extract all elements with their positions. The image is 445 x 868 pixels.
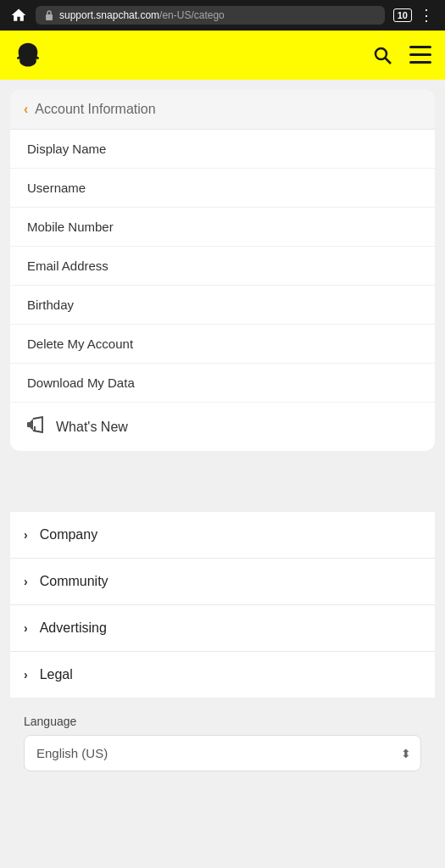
svg-rect-3 [409, 46, 431, 48]
hamburger-icon[interactable] [409, 46, 431, 64]
nav-item-company[interactable]: › Company [10, 512, 435, 559]
snapchat-logo [14, 41, 42, 70]
language-label: Language [24, 715, 421, 728]
nav-item-legal[interactable]: › Legal [10, 652, 435, 698]
svg-rect-4 [409, 53, 431, 56]
status-bar-left [10, 7, 27, 24]
language-section: Language English (US) Español Français D… [10, 698, 435, 785]
nav-sections: › Company › Community › Advertising › Le… [10, 512, 435, 698]
nav-item-community[interactable]: › Community [10, 559, 435, 605]
menu-item-download-data[interactable]: Download My Data [10, 364, 435, 403]
menu-item-display-name[interactable]: Display Name [10, 130, 435, 169]
menu-item-mobile-number[interactable]: Mobile Number [10, 208, 435, 247]
back-row[interactable]: ‹ Account Information [10, 90, 435, 130]
svg-point-1 [375, 48, 387, 59]
menu-item-birthday[interactable]: Birthday [10, 286, 435, 325]
chevron-right-icon: › [24, 621, 28, 635]
status-bar-right: 10 ⋮ [393, 6, 435, 25]
whats-new-label: What's New [56, 420, 128, 435]
language-select-wrapper: English (US) Español Français Deutsch 日本… [24, 735, 421, 771]
chevron-right-icon: › [24, 528, 28, 542]
megaphone-icon [27, 416, 46, 437]
account-info-card: ‹ Account Information Display Name Usern… [10, 90, 435, 451]
url-text: support.snapchat.com/en-US/catego [59, 9, 225, 21]
home-icon [10, 7, 27, 24]
svg-rect-0 [46, 14, 53, 20]
status-bar: support.snapchat.com/en-US/catego 10 ⋮ [0, 0, 445, 31]
app-header [0, 31, 445, 80]
chevron-right-icon: › [24, 668, 28, 682]
nav-label-company: Company [40, 527, 97, 542]
nav-label-legal: Legal [40, 667, 73, 682]
chevron-right-icon: › [24, 575, 28, 588]
nav-label-advertising: Advertising [40, 620, 107, 636]
nav-label-community: Community [40, 574, 108, 589]
spacer [10, 461, 435, 512]
more-options-icon[interactable]: ⋮ [419, 6, 435, 25]
search-icon[interactable] [372, 45, 392, 65]
address-bar[interactable]: support.snapchat.com/en-US/catego [36, 6, 385, 25]
main-content: ‹ Account Information Display Name Usern… [0, 80, 445, 795]
header-actions [372, 45, 431, 65]
back-chevron-icon: ‹ [24, 102, 28, 117]
language-select[interactable]: English (US) Español Français Deutsch 日本… [24, 735, 421, 771]
lock-icon [44, 9, 54, 21]
whats-new-row[interactable]: What's New [10, 403, 435, 451]
back-label: Account Information [35, 102, 155, 117]
menu-item-username[interactable]: Username [10, 169, 435, 208]
tab-count[interactable]: 10 [393, 8, 412, 22]
menu-item-delete-account[interactable]: Delete My Account [10, 325, 435, 364]
svg-line-2 [386, 58, 392, 64]
menu-item-email-address[interactable]: Email Address [10, 247, 435, 286]
svg-rect-5 [409, 61, 431, 64]
nav-item-advertising[interactable]: › Advertising [10, 605, 435, 652]
